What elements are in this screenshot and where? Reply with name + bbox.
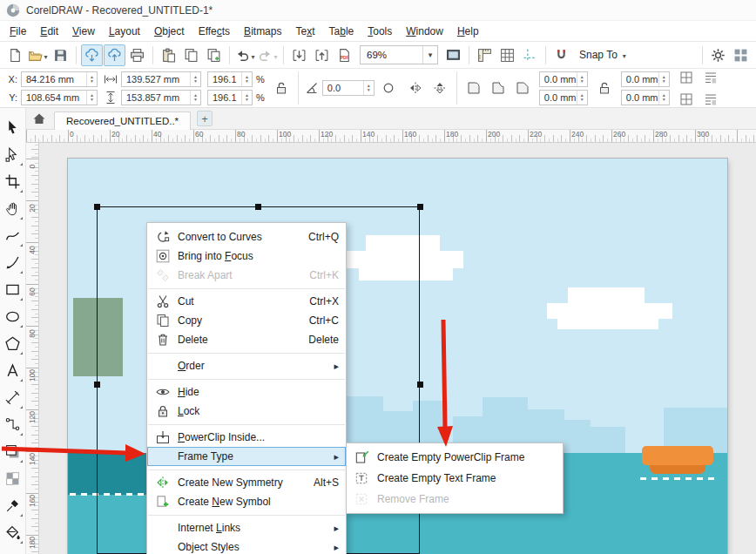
menu-view[interactable]: View xyxy=(65,23,102,40)
polygon-tool[interactable] xyxy=(1,330,25,357)
snap-to-dropdown[interactable]: Snap To xyxy=(573,49,632,61)
pick-tool[interactable] xyxy=(1,114,25,141)
menu-item-create-empty-powerclip-frame[interactable]: Create Empty PowerClip Frame xyxy=(347,447,563,468)
scale-y-field[interactable]: 196.1 xyxy=(207,90,253,105)
menu-file[interactable]: File xyxy=(3,23,33,40)
y-position-spinner[interactable] xyxy=(86,91,97,105)
menu-item-cut[interactable]: CutCtrl+X xyxy=(147,292,346,311)
corner-radius-br-spinner[interactable] xyxy=(658,91,669,105)
save-to-cloud-button[interactable] xyxy=(104,44,125,66)
menu-help[interactable]: Help xyxy=(450,23,486,40)
menu-item-create-new-symmetry[interactable]: Create New SymmetryAlt+S xyxy=(147,473,346,492)
more-options-button-4[interactable] xyxy=(700,90,721,109)
scale-x-spinner[interactable] xyxy=(241,72,252,86)
y-position-field[interactable]: 108.654 mm xyxy=(21,90,98,105)
fill-tool[interactable] xyxy=(1,519,25,546)
export-button[interactable] xyxy=(311,44,333,66)
menu-table[interactable]: Table xyxy=(322,23,361,40)
menu-item-powerclip-inside[interactable]: PowerClip Inside... xyxy=(147,428,346,447)
chamfered-corner-button[interactable] xyxy=(512,78,533,98)
selection-handle[interactable] xyxy=(255,204,261,210)
object-width-spinner[interactable] xyxy=(190,72,200,86)
zoom-level-combo[interactable]: 69% xyxy=(360,45,438,64)
rotation-angle-field[interactable]: 0.0 xyxy=(322,80,375,96)
curve-tool[interactable] xyxy=(1,222,25,249)
horizontal-ruler[interactable]: 0204060801001201401601802002202402602803… xyxy=(26,130,756,143)
menu-text[interactable]: Text xyxy=(288,23,321,40)
duplicate-button[interactable] xyxy=(203,44,225,66)
x-position-field[interactable]: 84.216 mm xyxy=(21,71,98,87)
import-button[interactable] xyxy=(288,44,310,66)
menu-item-frame-type[interactable]: Frame Type xyxy=(147,447,346,466)
more-options-button-2[interactable] xyxy=(700,69,721,87)
zoom-dropdown-arrow-icon[interactable] xyxy=(422,46,437,64)
menu-item-internet-links[interactable]: Internet Links xyxy=(147,518,346,537)
menu-item-create-new-symbol[interactable]: Create New Symbol xyxy=(147,492,346,511)
save-document-button[interactable] xyxy=(50,44,71,66)
scalloped-corner-button[interactable] xyxy=(488,78,509,98)
cloud-shape[interactable] xyxy=(557,319,658,329)
rotation-angle-spinner[interactable] xyxy=(363,81,374,95)
scale-x-field[interactable]: 196.1 xyxy=(207,71,253,87)
document-tab[interactable]: Recovered_UNTITLED..* xyxy=(54,111,191,130)
more-options-button-3[interactable] xyxy=(676,90,697,109)
undo-button[interactable] xyxy=(234,44,256,66)
text-tool[interactable] xyxy=(1,357,25,384)
menu-object[interactable]: Object xyxy=(147,23,192,40)
snap-toggle-button[interactable] xyxy=(550,44,572,66)
selection-handle[interactable] xyxy=(417,204,423,210)
menu-item-bring-into-focus[interactable]: Bring into Focus xyxy=(147,247,346,266)
show-rulers-button[interactable] xyxy=(474,44,496,66)
lock-ratio-button[interactable] xyxy=(271,78,292,98)
more-options-button-1[interactable] xyxy=(676,69,697,87)
object-width-field[interactable]: 139.527 mm xyxy=(121,71,201,87)
menu-item-copy[interactable]: CopyCtrl+C xyxy=(147,311,346,330)
menu-item-order[interactable]: Order xyxy=(147,356,346,375)
scale-y-spinner[interactable] xyxy=(241,91,252,105)
menu-item-remove-frame[interactable]: Remove Frame xyxy=(347,489,563,510)
new-document-button[interactable] xyxy=(4,44,26,66)
show-grid-button[interactable] xyxy=(496,44,518,66)
new-document-tab-button[interactable]: + xyxy=(197,111,213,126)
building-shape[interactable] xyxy=(591,427,625,453)
print-button[interactable] xyxy=(126,44,148,66)
menu-layout[interactable]: Layout xyxy=(102,23,147,40)
menu-item-lock[interactable]: Lock xyxy=(147,402,346,421)
cloud-shape[interactable] xyxy=(547,303,672,319)
menu-edit[interactable]: Edit xyxy=(33,23,65,40)
open-from-cloud-button[interactable] xyxy=(81,44,103,66)
rectangle-tool[interactable] xyxy=(1,276,25,303)
selection-handle[interactable] xyxy=(417,382,423,388)
corner-radius-tl-field[interactable]: 0.0 mm xyxy=(539,71,588,87)
corner-radius-bl-spinner[interactable] xyxy=(577,91,587,105)
redo-button[interactable] xyxy=(257,44,279,66)
object-height-field[interactable]: 153.857 mm xyxy=(121,90,201,105)
menu-item-break-apart[interactable]: Break ApartCtrl+K xyxy=(147,266,346,285)
corner-radius-tr-field[interactable]: 0.0 mm xyxy=(621,71,670,87)
canvas[interactable]: Convert to CurvesCtrl+QBring into FocusB… xyxy=(39,143,756,554)
round-corner-button[interactable] xyxy=(463,78,484,98)
ellipse-tool[interactable] xyxy=(1,303,25,330)
publish-to-pdf-button[interactable]: PDF xyxy=(334,44,355,66)
boat-hull-shape[interactable] xyxy=(650,465,705,474)
cloud-shape[interactable] xyxy=(568,287,645,303)
menu-bitmaps[interactable]: Bitmaps xyxy=(237,23,288,40)
corner-radius-br-field[interactable]: 0.0 mm xyxy=(621,90,670,105)
eyedropper-tool[interactable] xyxy=(1,492,25,519)
selection-handle[interactable] xyxy=(94,382,100,388)
connector-tool[interactable] xyxy=(1,411,25,438)
copy-button[interactable] xyxy=(180,44,202,66)
open-document-button[interactable] xyxy=(27,44,49,66)
shape-tool[interactable] xyxy=(1,141,25,168)
corner-radius-tr-spinner[interactable] xyxy=(658,72,669,86)
boat-shape[interactable] xyxy=(642,446,713,465)
rotation-center-button[interactable] xyxy=(378,78,399,98)
drop-shadow-tool[interactable] xyxy=(1,438,25,465)
vertical-ruler[interactable]: 020406080100120140160180 xyxy=(26,143,39,554)
menu-item-convert-to-curves[interactable]: Convert to CurvesCtrl+Q xyxy=(147,227,346,247)
menu-item-hide[interactable]: Hide xyxy=(147,382,346,402)
show-guidelines-button[interactable] xyxy=(519,44,541,66)
selection-handle[interactable] xyxy=(94,204,100,210)
x-position-spinner[interactable] xyxy=(86,72,97,86)
menu-item-object-styles[interactable]: Object Styles xyxy=(147,537,346,554)
